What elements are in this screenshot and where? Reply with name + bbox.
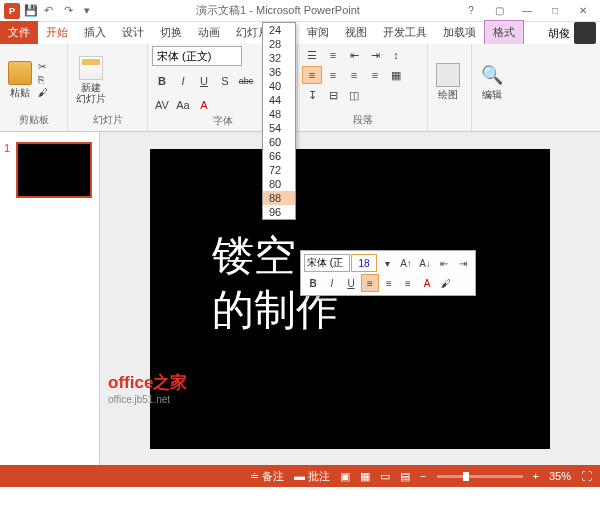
justify-button[interactable]: ≡ (365, 66, 385, 84)
mini-indent-right-button[interactable]: ⇥ (454, 254, 472, 272)
zoom-knob[interactable] (463, 472, 469, 481)
qat-dropdown-icon[interactable]: ▾ (84, 4, 98, 18)
size-option[interactable]: 88 (263, 191, 295, 205)
close-icon[interactable]: ✕ (570, 2, 596, 20)
mini-font-color-button[interactable]: A (418, 274, 436, 292)
zoom-out-button[interactable]: − (420, 470, 426, 482)
paste-button[interactable]: 粘贴 (4, 59, 36, 100)
mini-italic-button[interactable]: I (323, 274, 341, 292)
zoom-slider[interactable] (437, 475, 523, 478)
italic-button[interactable]: I (173, 72, 193, 90)
drawing-button[interactable]: 绘图 (432, 61, 464, 102)
bullets-button[interactable]: ☰ (302, 46, 322, 64)
increase-font-button[interactable]: A↑ (397, 254, 415, 272)
zoom-level[interactable]: 35% (549, 470, 571, 482)
align-left-button[interactable]: ≡ (302, 66, 322, 84)
size-option[interactable]: 54 (263, 121, 295, 135)
user-name[interactable]: 胡俊 (548, 26, 570, 41)
cut-button[interactable]: ✂ (38, 61, 48, 72)
size-option[interactable]: 96 (263, 205, 295, 219)
format-painter-button[interactable]: 🖌 (38, 87, 48, 98)
mini-align-center-button[interactable]: ≡ (380, 274, 398, 292)
decrease-font-button[interactable]: A↓ (416, 254, 434, 272)
redo-icon[interactable]: ↷ (64, 4, 78, 18)
size-option[interactable]: 60 (263, 135, 295, 149)
tab-insert[interactable]: 插入 (76, 21, 114, 44)
tab-animation[interactable]: 动画 (190, 21, 228, 44)
size-option[interactable]: 48 (263, 107, 295, 121)
help-icon[interactable]: ? (458, 2, 484, 20)
size-option[interactable]: 44 (263, 93, 295, 107)
mini-size-dropdown-icon[interactable]: ▾ (378, 254, 396, 272)
comments-button[interactable]: ▬批注 (294, 469, 330, 484)
tab-developer[interactable]: 开发工具 (375, 21, 435, 44)
numbering-button[interactable]: ≡ (323, 46, 343, 64)
fit-window-button[interactable]: ⛶ (581, 470, 592, 482)
shadow-button[interactable]: S (215, 72, 235, 90)
mini-underline-button[interactable]: U (342, 274, 360, 292)
change-case-button[interactable]: Aa (173, 96, 193, 114)
mini-align-left-button[interactable]: ≡ (361, 274, 379, 292)
watermark-url: office.jb51.net (108, 394, 187, 405)
slide[interactable]: 镂空 的制作 (150, 149, 550, 449)
sorter-view-button[interactable]: ▦ (360, 470, 370, 483)
save-icon[interactable]: 💾 (24, 4, 38, 18)
new-slide-button[interactable]: 新建 幻灯片 (72, 54, 110, 106)
underline-button[interactable]: U (194, 72, 214, 90)
char-spacing-button[interactable]: AV (152, 96, 172, 114)
size-option[interactable]: 28 (263, 37, 295, 51)
align-center-button[interactable]: ≡ (323, 66, 343, 84)
mini-bold-button[interactable]: B (304, 274, 322, 292)
slide-canvas[interactable]: 镂空 的制作 宋体 (正 18 ▾ A↑ A↓ ⇤ ⇥ B I U ≡ ≡ ≡ … (100, 132, 600, 465)
columns-button[interactable]: ▦ (386, 66, 406, 84)
size-option[interactable]: 80 (263, 177, 295, 191)
minimize-icon[interactable]: — (514, 2, 540, 20)
tab-addins[interactable]: 加载项 (435, 21, 484, 44)
mini-align-right-button[interactable]: ≡ (399, 274, 417, 292)
size-option[interactable]: 32 (263, 51, 295, 65)
tab-file[interactable]: 文件 (0, 21, 38, 44)
copy-button[interactable]: ⎘ (38, 74, 48, 85)
font-size-dropdown[interactable]: 24 28 32 36 40 44 48 54 60 66 72 80 88 9… (262, 22, 296, 220)
bold-button[interactable]: B (152, 72, 172, 90)
tab-design[interactable]: 设计 (114, 21, 152, 44)
reading-view-button[interactable]: ▭ (380, 470, 390, 483)
size-option[interactable]: 24 (263, 23, 295, 37)
line-spacing-button[interactable]: ↕ (386, 46, 406, 64)
align-right-button[interactable]: ≡ (344, 66, 364, 84)
text-direction-button[interactable]: ↧ (302, 86, 322, 104)
increase-indent-button[interactable]: ⇥ (365, 46, 385, 64)
editing-button[interactable]: 🔍编辑 (476, 61, 508, 102)
strike-button[interactable]: abc (236, 72, 256, 90)
mini-indent-left-button[interactable]: ⇤ (435, 254, 453, 272)
tab-home[interactable]: 开始 (38, 21, 76, 44)
undo-icon[interactable]: ↶ (44, 4, 58, 18)
size-option[interactable]: 40 (263, 79, 295, 93)
tab-transition[interactable]: 切换 (152, 21, 190, 44)
notes-button[interactable]: ≐备注 (250, 469, 284, 484)
mini-format-painter-button[interactable]: 🖌 (437, 274, 455, 292)
tab-format[interactable]: 格式 (484, 20, 524, 44)
zoom-in-button[interactable]: + (533, 470, 539, 482)
shapes-icon (436, 63, 460, 87)
size-option[interactable]: 72 (263, 163, 295, 177)
ribbon-tabs: 文件 开始 插入 设计 切换 动画 幻灯片放映 审阅 视图 开发工具 加载项 格… (0, 22, 600, 44)
slide-thumbnail[interactable]: 1 (6, 142, 93, 198)
align-text-button[interactable]: ⊟ (323, 86, 343, 104)
smartart-button[interactable]: ◫ (344, 86, 364, 104)
slideshow-view-button[interactable]: ▤ (400, 470, 410, 483)
size-option[interactable]: 66 (263, 149, 295, 163)
mini-font-select[interactable]: 宋体 (正 (304, 254, 350, 272)
decrease-indent-button[interactable]: ⇤ (344, 46, 364, 64)
mini-size-select[interactable]: 18 (351, 254, 377, 272)
size-option[interactable]: 36 (263, 65, 295, 79)
tab-view[interactable]: 视图 (337, 21, 375, 44)
user-avatar[interactable] (574, 22, 596, 44)
font-color-button[interactable]: A (194, 96, 214, 114)
tab-review[interactable]: 审阅 (299, 21, 337, 44)
app-icon: P (4, 3, 20, 19)
font-name-select[interactable]: 宋体 (正文) (152, 46, 242, 66)
maximize-icon[interactable]: □ (542, 2, 568, 20)
normal-view-button[interactable]: ▣ (340, 470, 350, 483)
ribbon-options-icon[interactable]: ▢ (486, 2, 512, 20)
